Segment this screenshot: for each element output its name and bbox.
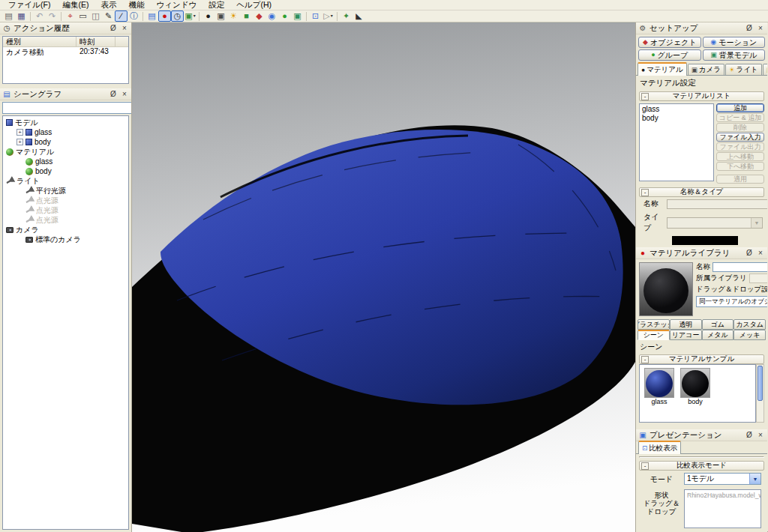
pin-icon[interactable]: Ø — [745, 431, 754, 440]
sun-light-icon[interactable]: ☀ — [227, 10, 240, 22]
toolbar-separator — [142, 12, 143, 21]
button-追加[interactable]: 追加 — [716, 103, 764, 112]
library-name-field[interactable] — [712, 262, 767, 272]
library-value: カスタム — [749, 273, 767, 283]
display-icon[interactable]: ▭ — [76, 10, 89, 22]
close-icon[interactable]: × — [756, 431, 765, 440]
collapse-icon[interactable]: - — [641, 93, 649, 100]
menu-item-表示[interactable]: 表示 — [94, 0, 122, 10]
tree-item-ライト[interactable]: ライト — [4, 176, 128, 186]
tree-item-glass[interactable]: glass — [4, 157, 128, 166]
tab-カメラ[interactable]: ▣カメラ — [688, 64, 724, 75]
table-row[interactable]: カメラ移動20:37:43 — [3, 47, 128, 57]
material-settings-label: マテリアル設定 — [636, 76, 767, 90]
tab-プラスチック[interactable]: プラスチック — [638, 319, 670, 330]
close-icon[interactable]: × — [756, 24, 765, 33]
search-input[interactable] — [2, 102, 131, 114]
sample-scrollbar[interactable] — [756, 364, 764, 423]
close-icon[interactable]: × — [756, 249, 765, 258]
walkthrough-figure-icon[interactable]: ✦ — [340, 10, 352, 22]
export-icon[interactable]: ▷▾ — [322, 10, 334, 22]
tab-透明[interactable]: 透明 — [670, 319, 702, 330]
render-final-icon[interactable]: ◣ — [352, 10, 365, 22]
toolbar-separator — [30, 12, 31, 21]
scene-box-icon[interactable]: ▣ — [291, 10, 304, 22]
collapse-icon[interactable]: - — [641, 356, 649, 363]
line-tool-icon[interactable]: ∕ — [115, 10, 128, 22]
undo-icon[interactable]: ↶ — [33, 10, 46, 22]
menu-item-ウィンドウ[interactable]: ウィンドウ — [150, 0, 202, 10]
column-time[interactable]: 時刻 — [76, 37, 116, 46]
tab-メタル[interactable]: メタル — [702, 330, 734, 340]
menu-item-ヘルプ(H)[interactable]: ヘルプ(H) — [230, 0, 278, 10]
close-icon[interactable]: × — [120, 24, 129, 33]
nav-button-オブジェクト[interactable]: ◆オブジェクト — [638, 37, 701, 48]
pin-icon[interactable]: Ø — [109, 90, 118, 99]
info-icon[interactable]: ⓘ — [128, 10, 140, 22]
menu-item-編集(E)[interactable]: 編集(E) — [56, 0, 94, 10]
scrollbar-thumb[interactable] — [758, 366, 763, 401]
tab-シーン[interactable]: シーン — [638, 330, 670, 340]
column-type[interactable]: 種別 — [3, 37, 76, 46]
tree-item-マテリアル[interactable]: マテリアル — [4, 147, 128, 157]
object-cube-icon[interactable]: ◆ — [253, 10, 266, 22]
tree-item-標準のカメラ[interactable]: 標準のカメラ — [4, 235, 128, 244]
menu-item-ファイル(F)[interactable]: ファイル(F) — [2, 0, 56, 10]
tree-item-平行光源[interactable]: 平行光源 — [4, 186, 128, 196]
menu-item-機能[interactable]: 機能 — [122, 0, 150, 10]
nav-button-モーション[interactable]: ◉モーション — [703, 37, 766, 48]
record-icon[interactable]: ● — [158, 10, 171, 22]
light-icon — [24, 205, 34, 215]
menu-item-設定[interactable]: 設定 — [202, 0, 230, 10]
tab-マテリアル[interactable]: ●マテリアル — [638, 62, 687, 76]
pin-icon[interactable]: Ø — [109, 24, 118, 33]
mode-select[interactable]: 1モデル▼ — [684, 473, 761, 485]
list-item[interactable]: glass — [642, 105, 711, 114]
background-model-icon[interactable]: ■ — [240, 10, 253, 22]
expander-icon[interactable]: + — [16, 129, 23, 136]
viewport-3d[interactable] — [132, 22, 635, 532]
redo-icon[interactable]: ↷ — [46, 10, 58, 22]
pin-icon[interactable]: Ø — [745, 249, 754, 258]
material-list[interactable]: glassbody — [639, 103, 714, 181]
collapse-icon[interactable]: - — [641, 189, 649, 196]
tab-クリアコート[interactable]: クリアコート — [670, 330, 702, 340]
copy-image-icon[interactable]: ⊡ — [309, 10, 322, 22]
save-icon[interactable]: ▦ — [15, 10, 28, 22]
tab-カスタム[interactable]: カスタム — [734, 319, 766, 330]
material-sphere-icon[interactable]: ● — [202, 10, 214, 22]
shape-drop-list[interactable]: Rhino2Hayabusa.model_work — [684, 489, 761, 528]
close-icon[interactable]: × — [120, 90, 129, 99]
lens-icon[interactable]: ◉ — [266, 10, 278, 22]
expander-icon[interactable]: + — [16, 139, 23, 145]
pin-icon[interactable]: Ø — [745, 24, 754, 33]
material-sample-body[interactable]: body — [680, 368, 710, 405]
tree-item-body[interactable]: body — [4, 166, 128, 176]
tab-メッキ[interactable]: メッキ — [734, 330, 766, 340]
tree-item-glass[interactable]: +glass — [4, 127, 128, 137]
list-item[interactable]: body — [642, 114, 711, 123]
dnd-mode-select[interactable]: 同一マテリアルのオブジェクトすべてにド▼ — [696, 296, 767, 307]
action-history-table-head[interactable]: 種別 時刻 — [3, 37, 128, 47]
tab-comparison-view[interactable]: ⊡ 比較表示 — [638, 441, 681, 454]
image-icon[interactable]: ▣▾ — [184, 10, 196, 22]
tree-item-body[interactable]: +body — [4, 137, 128, 147]
nav-button-背景モデル[interactable]: ▣背景モデル — [703, 49, 766, 61]
axis-tool-icon[interactable]: ⌖ — [64, 10, 76, 22]
nav-button-グループ[interactable]: ●グループ — [638, 49, 701, 61]
render-camera-icon[interactable]: ▣ — [214, 10, 227, 22]
tab-ゴム[interactable]: ゴム — [702, 319, 734, 330]
list-view-icon[interactable]: ▤ — [146, 10, 158, 22]
button-ファイル入力[interactable]: ファイル入力 — [716, 133, 764, 142]
wire-cube-icon[interactable]: ◫ — [89, 10, 102, 22]
pen-icon[interactable]: ✎ — [102, 10, 115, 22]
tab-背景シーン[interactable]: ▣背景シーン — [763, 64, 767, 75]
tree-item-モデル[interactable]: モデル — [4, 118, 128, 127]
tree-item-カメラ[interactable]: カメラ — [4, 225, 128, 235]
open-icon[interactable]: ▤ — [2, 10, 15, 22]
history-clock-icon[interactable]: ◷ — [171, 10, 184, 22]
tab-ライト[interactable]: ☀ライト — [725, 64, 762, 75]
group-ball-icon[interactable]: ● — [278, 10, 291, 22]
material-sample-glass[interactable]: glass — [644, 368, 674, 405]
collapse-icon[interactable]: - — [641, 462, 649, 470]
